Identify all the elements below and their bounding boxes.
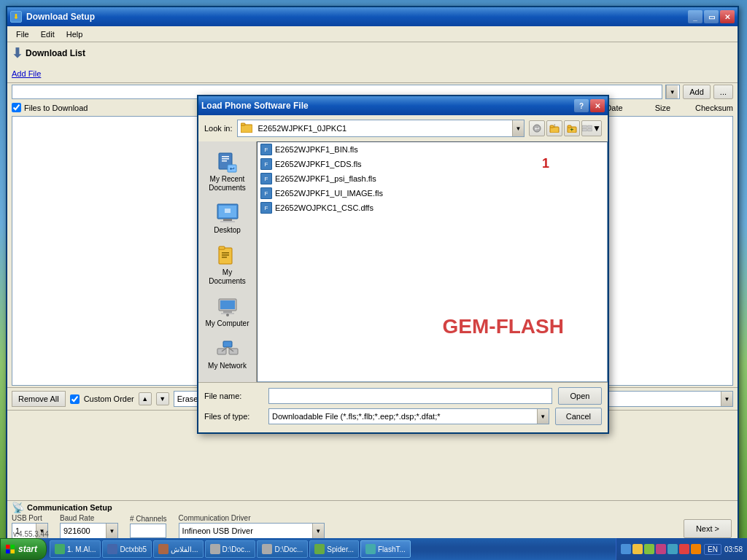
dialog-sidebar: ↩ My RecentDocuments <box>198 141 257 382</box>
file-type-arrow[interactable]: ▼ <box>537 409 549 424</box>
start-label: start <box>18 544 37 554</box>
svg-rect-31 <box>220 300 235 309</box>
file-name-4: E2652WOJPKC1_CSC.dffs <box>275 203 374 212</box>
load-file-dialog: Load Phone Software File ? ✕ Look in: E2… <box>197 95 609 434</box>
svg-rect-40 <box>6 545 10 549</box>
dialog-title-text: Load Phone Software File <box>201 101 571 111</box>
view-menu-button[interactable]: ▼ <box>581 120 602 136</box>
my-network-icon <box>216 337 239 360</box>
look-in-arrow[interactable]: ▼ <box>512 120 524 136</box>
cancel-button[interactable]: Cancel <box>555 408 602 425</box>
svg-rect-32 <box>223 311 232 313</box>
sidebar-my-computer[interactable]: My Computer <box>201 292 254 331</box>
taskbar-item-icon-5 <box>314 544 325 554</box>
dialog-title-bar: Load Phone Software File ? ✕ <box>198 96 608 115</box>
file-name-3: E2652WJPKF1_UI_IMAGE.fls <box>275 189 383 198</box>
file-item-4[interactable]: F E2652WOJPKC1_CSC.dffs <box>258 201 607 215</box>
svg-point-34 <box>226 314 229 316</box>
taskbar-item-1[interactable]: Dctxbb5 <box>102 540 152 558</box>
my-docs-label: MyDocuments <box>209 268 246 286</box>
svg-text:↑: ↑ <box>553 124 556 129</box>
taskbar-item-4[interactable]: D:\Doc... <box>257 540 308 558</box>
open-button[interactable]: Open <box>558 387 602 405</box>
dialog-footer: File name: Open Files of type: Downloada… <box>198 382 608 432</box>
file-icon-2: F <box>260 173 272 184</box>
sidebar-recent-docs[interactable]: ↩ My RecentDocuments <box>201 147 254 195</box>
file-list-container: F E2652WJPKF1_BIN.fls F E2652WJPKF1_CDS.… <box>257 141 608 382</box>
file-item-2[interactable]: F E2652WJPKF1_psi_flash.fls <box>258 171 607 186</box>
taskbar-item-2[interactable]: الفلاش... <box>153 540 203 558</box>
network-tray-icon <box>621 544 631 554</box>
svg-rect-22 <box>223 219 232 221</box>
file-item-3[interactable]: F E2652WJPKF1_UI_IMAGE.fls <box>258 186 607 201</box>
dialog-help-button[interactable]: ? <box>574 99 589 112</box>
my-network-label: My Network <box>208 362 247 370</box>
time-display: 03:58 <box>724 545 743 553</box>
antivirus-tray-icon <box>679 544 689 554</box>
svg-text:+: + <box>570 126 573 133</box>
sidebar-desktop[interactable]: Desktop <box>201 198 254 238</box>
file-item-0[interactable]: F E2652WJPKF1_BIN.fls <box>258 142 607 157</box>
svg-text:↩: ↩ <box>535 125 540 132</box>
svg-rect-15 <box>222 156 229 158</box>
my-computer-icon <box>216 295 239 318</box>
systray: EN 03:58 <box>616 538 747 560</box>
taskbar-item-label-6: FlashT... <box>378 545 406 553</box>
file-name-2: E2652WJPKF1_psi_flash.fls <box>275 174 376 183</box>
file-name-input[interactable] <box>268 388 552 404</box>
taskbar-item-label-1: Dctxbb5 <box>120 545 147 553</box>
taskbar-item-0[interactable]: 1. M.Al... <box>50 540 101 558</box>
svg-rect-16 <box>222 158 229 160</box>
battery-tray-icon <box>656 544 666 554</box>
start-button[interactable]: start <box>0 538 47 560</box>
security-tray-icon <box>644 544 654 554</box>
counter-label: 1 <box>542 156 549 171</box>
recent-docs-label: My RecentDocuments <box>209 175 246 192</box>
svg-rect-29 <box>222 257 227 258</box>
svg-rect-43 <box>11 550 15 554</box>
file-icon-4: F <box>260 202 272 214</box>
taskbar-item-icon-1 <box>107 544 117 554</box>
files-of-type-label: Files of type: <box>204 412 263 421</box>
look-in-select[interactable]: E2652WJPKF1_0JPKC1 ▼ <box>237 120 525 137</box>
dialog-controls: ? ✕ <box>574 99 605 112</box>
taskbar-item-6[interactable]: FlashT... <box>360 540 411 558</box>
svg-rect-42 <box>6 550 10 554</box>
taskbar-item-label-2: الفلاش... <box>171 545 198 553</box>
file-icon-3: F <box>260 187 272 199</box>
my-computer-label: My Computer <box>205 319 249 328</box>
file-name-label: File name: <box>204 392 263 400</box>
file-name-row: File name: Open <box>204 387 602 405</box>
svg-rect-17 <box>222 160 227 162</box>
systray-time: 03:58 <box>724 545 743 553</box>
taskbar-item-icon-6 <box>365 544 376 554</box>
taskbar-item-5[interactable]: Spider... <box>309 540 359 558</box>
svg-rect-24 <box>225 209 231 213</box>
taskbar-item-icon-2 <box>158 544 169 554</box>
taskbar-item-3[interactable]: D:\Doc... <box>205 540 256 558</box>
sidebar-my-network[interactable]: My Network <box>201 334 254 373</box>
windows-logo-icon <box>5 544 15 554</box>
language-button[interactable]: EN <box>704 544 721 555</box>
look-in-label: Look in: <box>204 124 233 133</box>
back-button[interactable]: ↩ <box>529 120 545 136</box>
toolbar-icons: ↩ ↑ + ▼ <box>529 120 602 136</box>
svg-rect-41 <box>11 545 15 549</box>
look-in-value: E2652WJPKF1_0JPKC1 <box>255 124 512 133</box>
svg-rect-28 <box>222 254 229 256</box>
file-type-select[interactable]: Downloadable File (*.fls;*.flb;*.eep;*.d… <box>268 408 549 424</box>
file-list: F E2652WJPKF1_BIN.fls F E2652WJPKF1_CDS.… <box>257 141 608 382</box>
sidebar-my-docs[interactable]: MyDocuments <box>201 241 254 289</box>
taskbar-item-label-0: 1. M.Al... <box>67 545 96 553</box>
up-folder-button[interactable]: ↑ <box>546 120 562 136</box>
taskbar-item-label-3: D:\Doc... <box>222 545 251 553</box>
new-folder-button[interactable]: + <box>564 120 580 136</box>
taskbar-item-icon-0 <box>55 544 65 554</box>
dialog-close-button[interactable]: ✕ <box>590 99 605 112</box>
svg-rect-10 <box>583 125 587 128</box>
file-item-1[interactable]: F E2652WJPKF1_CDS.fls <box>258 157 607 171</box>
dialog-body: ↩ My RecentDocuments <box>198 141 608 382</box>
file-icon-1: F <box>260 158 272 170</box>
svg-text:↩: ↩ <box>229 166 234 172</box>
file-type-value: Downloadable File (*.fls;*.flb;*.eep;*.d… <box>269 412 537 421</box>
